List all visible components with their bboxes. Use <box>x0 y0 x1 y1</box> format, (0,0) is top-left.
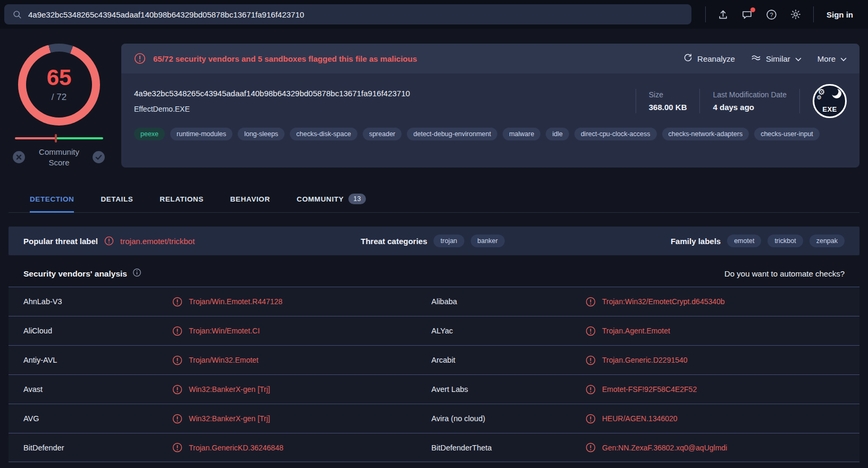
community-score-slider <box>15 137 103 139</box>
tag-pill[interactable]: malware <box>503 128 540 140</box>
detection-result: Trojan.Agent.Emotet <box>586 326 845 336</box>
score-marker <box>55 134 57 143</box>
check-circle-icon[interactable] <box>91 150 106 164</box>
more-button[interactable]: More <box>817 54 847 63</box>
exclamation-icon <box>586 442 596 453</box>
x-circle-icon[interactable] <box>12 150 27 164</box>
file-size-block: Size 368.00 KB <box>649 90 687 112</box>
vendor-name: Alibaba <box>431 297 586 306</box>
tag-pill[interactable]: direct-cpu-clock-access <box>574 128 657 140</box>
vendor-name: AVG <box>23 414 172 423</box>
score-value: 65 <box>47 66 72 89</box>
category-pill[interactable]: banker <box>471 235 505 247</box>
tag-pill[interactable]: spreader <box>363 128 402 140</box>
top-header: ? Sign in <box>0 0 868 29</box>
meta-divider <box>699 89 700 113</box>
family-pill[interactable]: emotet <box>727 235 761 247</box>
detection-result-text[interactable]: Trojan.Generic.D2291540 <box>602 356 688 364</box>
help-icon[interactable]: ? <box>760 6 783 23</box>
detection-result-text[interactable]: Trojan/Win32.Emotet <box>189 356 258 364</box>
family-pill[interactable]: zenpak <box>809 235 845 247</box>
detection-result: Trojan.Generic.D2291540 <box>586 355 845 365</box>
last-modified-block: Last Modification Date 4 days ago <box>713 90 787 112</box>
table-row: Antiy-AVL Trojan/Win32.Emotet Arcabit Tr… <box>9 345 859 374</box>
category-pill[interactable]: trojan <box>433 235 464 247</box>
tab-details[interactable]: DETAILS <box>101 186 133 213</box>
community-count-badge: 13 <box>348 194 366 204</box>
vendor-name: Avast <box>23 385 172 394</box>
detection-result-text[interactable]: Trojan/Win.Emotet.R447128 <box>189 297 282 306</box>
last-modified-value: 4 days ago <box>713 103 787 112</box>
tab-relations[interactable]: RELATIONS <box>160 186 203 213</box>
detection-result-text[interactable]: Trojan.GenericKD.36246848 <box>189 444 283 452</box>
popular-threat-value[interactable]: trojan.emotet/trickbot <box>120 237 195 246</box>
file-tags: peexe runtime-modules long-sleeps checks… <box>121 126 859 150</box>
exclamation-icon <box>172 442 182 453</box>
family-labels-label: Family labels <box>671 237 721 246</box>
tag-pill[interactable]: checks-network-adapters <box>662 128 749 140</box>
exe-file-type-icon: ⚙ ⚙ EXE <box>813 84 847 118</box>
vendor-name: ALYac <box>431 327 586 335</box>
vendor-name: AhnLab-V3 <box>23 297 172 306</box>
popular-threat-label: Popular threat label <box>23 237 98 246</box>
tag-pill[interactable]: idle <box>546 128 569 140</box>
detection-result: Emotet-FSF!92F58C4E2F52 <box>586 385 845 395</box>
chevron-down-icon <box>840 54 847 63</box>
vendor-name: BitDefender <box>23 444 172 452</box>
detection-result-text[interactable]: Emotet-FSF!92F58C4E2F52 <box>602 385 697 394</box>
detection-result: Trojan/Win.Emotet.R447128 <box>172 297 431 307</box>
file-report-card: 65/72 security vendors and 5 sandboxes f… <box>121 44 859 168</box>
tag-pill[interactable]: checks-user-input <box>754 128 820 140</box>
tag-pill[interactable]: peexe <box>134 128 165 140</box>
detection-result-text[interactable]: Trojan:Win/Emotet.CI <box>189 327 260 335</box>
tag-pill[interactable]: detect-debug-environment <box>407 128 497 140</box>
search-input[interactable] <box>28 10 683 19</box>
tag-pill[interactable]: long-sleeps <box>238 128 285 140</box>
tag-pill[interactable]: runtime-modules <box>170 128 232 140</box>
community-score-widget: 65 / 72 Community Score <box>9 44 110 168</box>
reanalyze-button[interactable]: Reanalyze <box>683 53 735 64</box>
detection-result-text[interactable]: Gen:NN.ZexaF.36802.xq0@aqUglmdi <box>602 444 727 452</box>
automate-checks-link[interactable]: Do you want to automate checks? <box>724 269 845 278</box>
similar-label: Similar <box>766 54 790 63</box>
score-denominator: / 72 <box>52 92 66 103</box>
exclamation-icon <box>172 385 182 395</box>
file-sha256[interactable]: 4a9e32bc5348265c43945adaaf140b98b64329bd… <box>134 89 623 98</box>
exclamation-icon <box>172 326 182 336</box>
exclamation-icon <box>586 297 596 307</box>
tag-pill[interactable]: checks-disk-space <box>290 128 357 140</box>
file-name: EffectDemo.EXE <box>134 105 623 113</box>
info-icon[interactable] <box>132 268 141 279</box>
comments-icon[interactable] <box>735 6 760 23</box>
detection-result-text[interactable]: Win32:BankerX-gen [Trj] <box>189 385 270 394</box>
size-value: 368.00 KB <box>649 103 687 112</box>
exclamation-icon <box>586 414 596 424</box>
theme-toggle-icon[interactable] <box>783 5 808 23</box>
search-bar[interactable] <box>4 4 691 24</box>
gear-icon: ⚙ <box>816 94 822 101</box>
threat-categories-group: Threat categories trojan banker <box>361 235 505 247</box>
detection-result: Trojan.GenericKD.36246848 <box>172 442 431 453</box>
detection-result-text[interactable]: Trojan.Agent.Emotet <box>602 327 670 335</box>
exclamation-icon <box>172 297 182 307</box>
detection-result-text[interactable]: Win32:BankerX-gen [Trj] <box>189 414 270 423</box>
family-labels-group: Family labels emotet trickbot zenpak <box>671 235 845 247</box>
community-score-label: Community Score <box>27 147 91 168</box>
tab-behavior[interactable]: BEHAVIOR <box>230 186 270 213</box>
meta-divider <box>799 89 800 113</box>
exclamation-icon <box>586 355 596 365</box>
family-pill[interactable]: trickbot <box>767 235 803 247</box>
tab-community[interactable]: COMMUNITY 13 <box>297 186 366 213</box>
detection-result-text[interactable]: Trojan:Win32/EmotetCrypt.d645340b <box>602 297 725 306</box>
malicious-message: 65/72 security vendors and 5 sandboxes f… <box>153 54 417 63</box>
crescent-icon <box>829 88 843 101</box>
table-row: AhnLab-V3 Trojan/Win.Emotet.R447128 Alib… <box>9 287 859 316</box>
upload-icon[interactable] <box>711 6 735 23</box>
detection-result-text[interactable]: HEUR/AGEN.1346020 <box>602 414 678 423</box>
sign-in-button[interactable]: Sign in <box>819 7 861 22</box>
size-label: Size <box>649 90 687 99</box>
similar-button[interactable]: Similar <box>751 53 802 64</box>
tab-detection[interactable]: DETECTION <box>30 186 74 213</box>
notification-dot <box>750 7 755 12</box>
table-row: AVG Win32:BankerX-gen [Trj] Avira (no cl… <box>9 404 859 433</box>
